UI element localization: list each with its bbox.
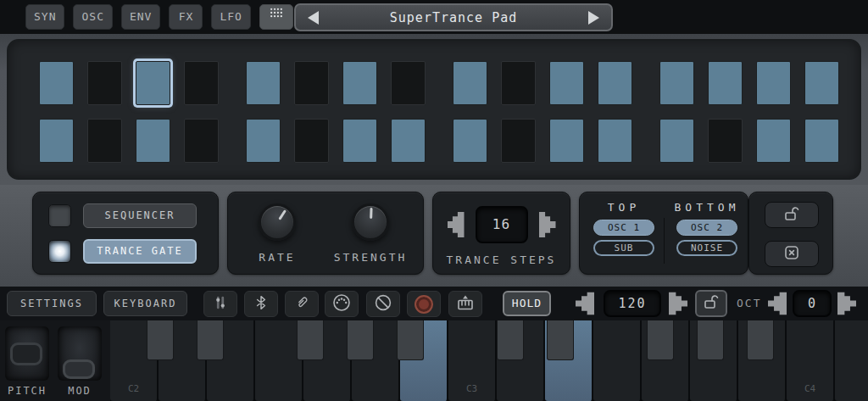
step-cell-r2-3[interactable] bbox=[136, 119, 170, 163]
trance-steps-value[interactable]: 16 bbox=[476, 206, 528, 243]
keyboard-row: PITCH MOD C2C3C4 bbox=[0, 320, 868, 401]
step-cell-r1-6[interactable] bbox=[294, 61, 329, 105]
step-cell-r1-8[interactable] bbox=[391, 61, 426, 105]
octave-value[interactable]: 0 bbox=[793, 290, 832, 317]
record-button[interactable] bbox=[407, 291, 441, 317]
paperclip-icon bbox=[293, 294, 310, 315]
knob-rate-dial[interactable] bbox=[259, 203, 296, 241]
preset-next-icon[interactable] bbox=[588, 11, 599, 25]
key-label-c4: C4 bbox=[787, 383, 833, 394]
step-cell-r1-12[interactable] bbox=[598, 61, 632, 105]
step-cell-r1-7[interactable] bbox=[342, 61, 377, 105]
step-cell-r1-2[interactable] bbox=[87, 61, 122, 105]
hold-button[interactable]: HOLD bbox=[503, 291, 551, 316]
step-cell-r2-4[interactable] bbox=[184, 119, 219, 163]
step-cell-r1-14[interactable] bbox=[708, 61, 743, 105]
step-cell-r1-4[interactable] bbox=[184, 61, 219, 105]
step-cell-r2-2[interactable] bbox=[87, 119, 122, 163]
nav-button-lfo[interactable]: LFO bbox=[211, 4, 250, 30]
mode-led-trance-gate[interactable] bbox=[48, 240, 71, 263]
step-cell-r1-11[interactable] bbox=[549, 61, 584, 105]
step-cell-r1-9[interactable] bbox=[453, 61, 487, 105]
knob-pointer bbox=[370, 208, 372, 219]
octave-increment-arrow[interactable] bbox=[837, 291, 856, 316]
nav-button-osc[interactable]: OSC bbox=[73, 4, 112, 30]
step-cell-r2-5[interactable] bbox=[246, 119, 281, 163]
step-cell-r2-9[interactable] bbox=[453, 119, 487, 163]
routing-pill-osc-1[interactable]: OSC 1 bbox=[593, 220, 654, 236]
white-key-7[interactable]: C3 bbox=[448, 320, 497, 401]
black-key-after-4[interactable] bbox=[347, 320, 374, 360]
step-cell-r2-10[interactable] bbox=[501, 119, 536, 163]
black-key-after-1[interactable] bbox=[197, 320, 224, 360]
step-cell-r2-1[interactable] bbox=[39, 119, 74, 163]
trance-steps-label: TRANCE STEPS bbox=[433, 253, 570, 266]
white-key-14[interactable]: C4 bbox=[787, 320, 835, 401]
nav-button-env[interactable]: ENV bbox=[121, 4, 160, 30]
bluetooth-button[interactable] bbox=[244, 291, 278, 317]
tempo-lock-button[interactable] bbox=[695, 290, 727, 317]
mod-wheel[interactable] bbox=[58, 326, 102, 381]
step-cell-r2-14[interactable] bbox=[708, 119, 743, 163]
black-key-after-11[interactable] bbox=[697, 320, 724, 360]
routing-pill-sub[interactable]: SUB bbox=[593, 240, 654, 256]
step-cell-r1-13[interactable] bbox=[659, 61, 694, 105]
octave-decrement-arrow[interactable] bbox=[768, 291, 787, 316]
routing-pill-osc-2[interactable]: OSC 2 bbox=[676, 220, 737, 236]
step-cell-r2-13[interactable] bbox=[659, 119, 694, 163]
black-key-after-12[interactable] bbox=[747, 320, 774, 360]
trance-steps-panel: 16 TRANCE STEPS bbox=[432, 192, 570, 275]
step-cell-r2-15[interactable] bbox=[756, 119, 791, 163]
knob-strength-dial[interactable] bbox=[352, 203, 389, 241]
steps-decrement-arrow[interactable] bbox=[448, 210, 465, 239]
preset-name[interactable]: SuperTrance Pad bbox=[319, 10, 588, 25]
disable-icon bbox=[373, 292, 393, 316]
steps-increment-arrow[interactable] bbox=[539, 210, 556, 239]
grid-view-button[interactable] bbox=[259, 4, 293, 30]
mode-button-sequencer[interactable]: SEQUENCER bbox=[83, 203, 197, 228]
step-cell-r2-6[interactable] bbox=[294, 119, 329, 163]
white-key-10[interactable] bbox=[593, 320, 642, 401]
settings-button[interactable]: SETTINGS bbox=[7, 291, 97, 316]
nav-button-fx[interactable]: FX bbox=[169, 4, 203, 30]
white-key-15[interactable] bbox=[835, 320, 868, 401]
preset-prev-icon[interactable] bbox=[308, 11, 319, 25]
step-cell-r1-3[interactable] bbox=[136, 61, 170, 105]
piano-octave-button[interactable] bbox=[448, 291, 482, 317]
tempo-increment-arrow[interactable] bbox=[669, 291, 687, 316]
pitch-wheel[interactable] bbox=[5, 326, 49, 381]
step-cell-r2-7[interactable] bbox=[342, 119, 377, 163]
mixer-sliders-button[interactable] bbox=[203, 291, 237, 317]
step-cell-r1-5[interactable] bbox=[246, 61, 281, 105]
step-cell-r2-16[interactable] bbox=[804, 119, 839, 163]
black-key-after-5[interactable] bbox=[397, 320, 424, 360]
routing-pill-noise[interactable]: NOISE bbox=[676, 240, 737, 256]
routing-column-top: TOPOSC 1SUB bbox=[583, 201, 665, 256]
mode-led-sequencer[interactable] bbox=[48, 204, 71, 227]
black-key-after-7[interactable] bbox=[497, 320, 524, 360]
keyboard-button[interactable]: KEYBOARD bbox=[103, 291, 187, 316]
step-cell-r1-15[interactable] bbox=[756, 61, 791, 105]
disable-button[interactable] bbox=[366, 291, 400, 317]
step-cell-r2-12[interactable] bbox=[598, 119, 632, 163]
black-key-after-0[interactable] bbox=[147, 320, 174, 360]
step-cell-r1-16[interactable] bbox=[804, 61, 839, 105]
step-cell-r2-11[interactable] bbox=[549, 119, 584, 163]
paperclip-button[interactable] bbox=[285, 291, 319, 317]
step-cell-r1-1[interactable] bbox=[39, 61, 74, 105]
mode-button-trance-gate[interactable]: TRANCE GATE bbox=[83, 239, 197, 264]
black-key-after-3[interactable] bbox=[297, 320, 324, 360]
step-cell-r1-10[interactable] bbox=[501, 61, 536, 105]
black-key-after-8[interactable] bbox=[547, 320, 574, 360]
midi-button[interactable] bbox=[325, 291, 359, 317]
black-key-after-10[interactable] bbox=[647, 320, 674, 360]
x-box-button[interactable] bbox=[765, 241, 819, 267]
nav-button-syn[interactable]: SYN bbox=[25, 4, 64, 30]
step-row-1 bbox=[39, 61, 839, 105]
step-cell-r2-8[interactable] bbox=[391, 119, 426, 163]
pitch-wheel-handle[interactable] bbox=[10, 343, 42, 365]
mod-wheel-handle[interactable] bbox=[63, 359, 95, 379]
tempo-value[interactable]: 120 bbox=[604, 290, 661, 317]
tempo-decrement-arrow[interactable] bbox=[576, 291, 594, 316]
lock-open-button[interactable] bbox=[765, 202, 819, 228]
